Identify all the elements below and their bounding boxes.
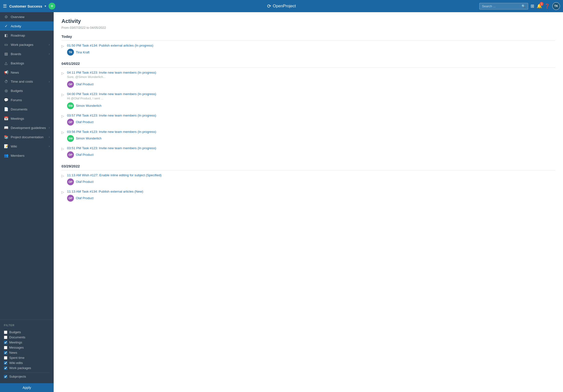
sidebar-item-project-documentation[interactable]: 📚 Project documentation › xyxy=(0,132,54,142)
filter-checkbox-work-packages[interactable] xyxy=(4,367,7,370)
sidebar-icon-development-guidelines: 📖 xyxy=(4,125,8,130)
sidebar-icon-overview: ⊙ xyxy=(4,15,8,19)
user-name-item2[interactable]: Olaf Product xyxy=(76,82,93,86)
sidebar-item-members[interactable]: 👥 Members xyxy=(0,151,54,160)
activity-time-item8: 11:13 AM xyxy=(67,190,81,193)
sidebar-item-news[interactable]: 📢 News xyxy=(0,68,54,77)
sidebar-label-documents: Documents xyxy=(11,108,50,111)
user-name-item5[interactable]: Simon Wunderlich xyxy=(76,136,102,140)
sidebar-label-members: Members xyxy=(11,154,50,158)
user-name-item8[interactable]: Olaf Product xyxy=(76,196,93,200)
activity-line-item6: 03:51 PM Task #123: Invite new team memb… xyxy=(67,146,555,150)
activity-body-item4: 03:57 PM Task #123: Invite new team memb… xyxy=(67,114,555,125)
sidebar-item-overview[interactable]: ⊙ Overview xyxy=(0,12,54,22)
notifications-icon[interactable]: 🔔 2 xyxy=(537,3,542,9)
sidebar-item-budgets[interactable]: ◎ Budgets xyxy=(0,86,54,95)
project-name[interactable]: Customer Success xyxy=(9,4,42,8)
filter-label-budgets: Budgets xyxy=(9,330,21,334)
grid-icon[interactable]: ⊞ xyxy=(531,3,534,9)
user-avatar-item4: OP xyxy=(67,119,74,125)
activity-item-item8: ▷ 11:13 AM Task #134: Publish external a… xyxy=(62,190,555,202)
sidebar-item-time-and-costs[interactable]: ⏱ Time and costs › xyxy=(0,77,54,86)
subprojects-label: Subprojects xyxy=(9,375,26,378)
hamburger-icon[interactable]: ☰ xyxy=(3,3,7,9)
activity-type-icon-item5: ▷ xyxy=(62,130,64,134)
activity-item-item5: ▷ 03:56 PM Task #123: Invite new team me… xyxy=(62,130,555,142)
activity-link-item3[interactable]: Task #123: Invite new team members (In p… xyxy=(82,92,156,96)
sidebar-label-roadmap: Roadmap xyxy=(11,34,50,37)
user-name-item7[interactable]: Olaf Product xyxy=(76,180,93,184)
filter-item-work-packages[interactable]: Work packages xyxy=(4,366,50,370)
filter-checkbox-wiki-edits[interactable] xyxy=(4,361,7,365)
filter-item-meetings[interactable]: Meetings xyxy=(4,340,50,345)
activity-link-item5[interactable]: Task #123: Invite new team members (In p… xyxy=(82,130,156,134)
activity-line-item7: 11:13 AM Wish #127: Enable inline editin… xyxy=(67,173,555,177)
activity-link-item6[interactable]: Task #123: Invite new team members (In p… xyxy=(82,146,156,150)
filter-checkbox-documents[interactable] xyxy=(4,336,7,339)
page-title: Activity xyxy=(62,18,555,24)
subprojects-checkbox[interactable] xyxy=(4,375,7,378)
day-section-today: Today ▷ 01:50 PM Task #134: Publish exte… xyxy=(62,34,555,56)
filter-checkbox-news[interactable] xyxy=(4,351,7,355)
activity-time-item1: 01:50 PM xyxy=(67,44,81,47)
filter-item-budgets[interactable]: Budgets xyxy=(4,330,50,335)
sidebar-label-overview: Overview xyxy=(11,15,50,19)
sidebar-item-work-packages[interactable]: ▭ Work packages › xyxy=(0,40,54,49)
activity-link-item1[interactable]: Task #134: Publish external articles (In… xyxy=(82,44,154,47)
sidebar-item-backlogs[interactable]: △ Backlogs xyxy=(0,59,54,68)
add-button[interactable]: + xyxy=(49,3,55,10)
user-avatar-item8: OP xyxy=(67,195,74,202)
apply-button[interactable]: Apply xyxy=(0,383,54,392)
help-icon[interactable]: ❓ xyxy=(544,3,550,9)
sidebar-item-forums[interactable]: 💬 Forums xyxy=(0,95,54,105)
filter-checkbox-messages[interactable] xyxy=(4,346,7,349)
sidebar-item-wiki[interactable]: 📝 Wiki › xyxy=(0,142,54,151)
activity-user-item6: OP Olaf Product xyxy=(67,151,555,158)
filter-item-wiki-edits[interactable]: Wiki edits xyxy=(4,360,50,366)
search-box[interactable]: 🔍 xyxy=(479,3,528,10)
day-section-mar-29: 03/29/2022 ▷ 11:13 AM Wish #127: Enable … xyxy=(62,164,555,202)
user-name-item1[interactable]: Tina Kraft xyxy=(76,50,90,54)
sidebar-item-development-guidelines[interactable]: 📖 Development guidelines › xyxy=(0,123,54,132)
filter-checkbox-spent-time[interactable] xyxy=(4,356,7,360)
search-input[interactable] xyxy=(482,4,520,8)
activity-link-item8[interactable]: Task #134: Publish external articles (Ne… xyxy=(82,190,143,193)
filter-checkbox-budgets[interactable] xyxy=(4,331,7,334)
user-avatar-top[interactable]: TK xyxy=(552,2,560,10)
activity-line-item3: 04:00 PM Task #123: Invite new team memb… xyxy=(67,92,555,96)
sidebar-item-boards[interactable]: ▤ Boards › xyxy=(0,49,54,59)
filter-item-news[interactable]: News xyxy=(4,350,50,355)
sidebar-arrow-time-and-costs: › xyxy=(49,80,50,83)
sidebar-item-meetings[interactable]: 📅 Meetings xyxy=(0,114,54,123)
sidebar-item-roadmap[interactable]: ◧ Roadmap xyxy=(0,31,54,40)
sidebar-item-activity[interactable]: ✓ Activity xyxy=(0,22,54,31)
filter-item-documents[interactable]: Documents xyxy=(4,335,50,340)
sidebar-icon-documents: 📄 xyxy=(4,107,8,111)
project-dropdown-icon[interactable]: ▾ xyxy=(45,4,46,8)
activity-type-icon-item6: ▷ xyxy=(62,147,64,151)
user-name-item3[interactable]: Simon Wunderlich xyxy=(76,104,102,108)
activity-type-icon-item1: ▷ xyxy=(62,44,64,48)
activity-link-item4[interactable]: Task #123: Invite new team members (In p… xyxy=(82,114,156,117)
sidebar-icon-project-documentation: 📚 xyxy=(4,135,8,139)
sidebar-icon-meetings: 📅 xyxy=(4,116,8,121)
sidebar-item-documents[interactable]: 📄 Documents xyxy=(0,105,54,114)
user-name-item4[interactable]: Olaf Product xyxy=(76,120,93,124)
activity-link-item2[interactable]: Task #123: Invite new team members (In p… xyxy=(82,71,156,74)
sidebar-label-budgets: Budgets xyxy=(11,89,50,93)
activity-item-item4: ▷ 03:57 PM Task #123: Invite new team me… xyxy=(62,114,555,125)
day-label-mar-29: 03/29/2022 xyxy=(62,164,555,171)
sidebar-icon-time-and-costs: ⏱ xyxy=(4,79,8,84)
activity-link-item7[interactable]: Wish #127: Enable inline editing for sub… xyxy=(82,173,162,177)
user-name-item6[interactable]: Olaf Product xyxy=(76,153,93,157)
activity-line-item4: 03:57 PM Task #123: Invite new team memb… xyxy=(67,114,555,117)
activity-time-item7: 11:13 AM xyxy=(67,173,81,177)
sidebar-icon-roadmap: ◧ xyxy=(4,33,8,37)
filter-item-spent-time[interactable]: Spent time xyxy=(4,355,50,360)
filter-section: FILTER Budgets Documents Meetings Messag… xyxy=(0,319,54,383)
sidebar-icon-boards: ▤ xyxy=(4,52,8,56)
filter-item-messages[interactable]: Messages xyxy=(4,345,50,350)
subprojects-item[interactable]: Subprojects xyxy=(4,372,50,379)
filter-checkbox-meetings[interactable] xyxy=(4,341,7,344)
logo-icon: ⟳ xyxy=(267,3,271,9)
